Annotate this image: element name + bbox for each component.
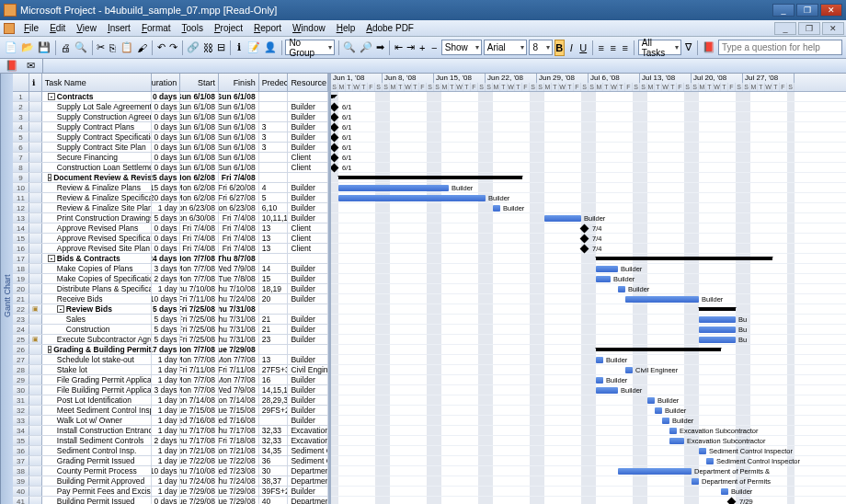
milestone[interactable] bbox=[331, 154, 338, 163]
finish-cell[interactable]: Fri 7/4/08 bbox=[219, 244, 259, 253]
start-cell[interactable]: Thu 7/17/08 bbox=[180, 436, 219, 445]
gantt-row[interactable]: Builder bbox=[331, 183, 846, 193]
resource-cell[interactable]: Department of F bbox=[288, 466, 328, 475]
align-center-button[interactable]: ≡ bbox=[608, 40, 618, 56]
row-number[interactable]: 16 bbox=[13, 244, 29, 253]
task-name-cell[interactable]: -Review Bids bbox=[42, 304, 152, 314]
milestone[interactable] bbox=[580, 224, 589, 234]
bold-button[interactable]: B bbox=[554, 40, 565, 56]
duration-cell[interactable]: 0 days bbox=[152, 163, 181, 172]
row-number[interactable]: 18 bbox=[13, 264, 29, 273]
start-cell[interactable]: Sun 6/1/08 bbox=[180, 132, 219, 142]
finish-cell[interactable]: Sun 6/1/08 bbox=[219, 153, 259, 162]
finish-cell[interactable]: Sun 6/1/08 bbox=[219, 132, 259, 142]
duration-cell[interactable]: 1 day bbox=[152, 365, 181, 374]
start-cell[interactable]: Fri 7/25/08 bbox=[181, 315, 220, 324]
resource-cell[interactable]: Department of F bbox=[288, 497, 328, 504]
gantt-row[interactable]: Builder bbox=[331, 375, 846, 385]
row-number[interactable]: 19 bbox=[13, 274, 29, 283]
task-bar[interactable] bbox=[596, 387, 618, 394]
gantt-row[interactable] bbox=[331, 304, 846, 315]
duration-cell[interactable]: 0 days bbox=[152, 122, 181, 132]
summary-bar[interactable] bbox=[331, 95, 333, 98]
task-name-cell[interactable]: Review & Finalize Site Plan bbox=[42, 203, 152, 212]
table-row[interactable]: 32Meet Sediment Control Inspector1 dayTu… bbox=[13, 406, 328, 416]
gantt-row[interactable] bbox=[331, 173, 846, 183]
system-menu-icon[interactable] bbox=[4, 23, 15, 34]
table-row[interactable]: 24Construction5 daysFri 7/25/08Thu 7/31/… bbox=[13, 325, 328, 335]
duration-cell[interactable]: 1 day bbox=[152, 416, 181, 425]
task-name-cell[interactable]: Construction Loan Settlement bbox=[42, 163, 152, 172]
col-finish[interactable]: Finish bbox=[219, 74, 259, 91]
finish-cell[interactable]: Tue 7/8/08 bbox=[219, 274, 259, 283]
row-number[interactable]: 2 bbox=[13, 102, 29, 111]
print-preview-button[interactable]: 🔍 bbox=[74, 40, 88, 56]
resource-cell[interactable]: Builder bbox=[288, 325, 328, 334]
task-name-cell[interactable]: Make Copies of Specifications bbox=[42, 274, 152, 283]
task-name-cell[interactable]: Install Sediment Controls bbox=[42, 436, 152, 445]
task-name-cell[interactable]: Meet Sediment Control Inspector bbox=[42, 406, 152, 415]
row-number[interactable]: 41 bbox=[13, 497, 29, 504]
menu-edit[interactable]: Edit bbox=[44, 21, 71, 35]
assign-resources-button[interactable]: 👤 bbox=[263, 40, 278, 56]
font-size-combo[interactable]: 8 bbox=[529, 40, 552, 55]
finish-cell[interactable]: Thu 7/24/08 bbox=[219, 294, 259, 304]
task-name-cell[interactable]: Supply Contract Specifications bbox=[42, 132, 152, 142]
start-cell[interactable]: Tue 7/22/08 bbox=[180, 456, 219, 465]
predecessors-cell[interactable]: 3 bbox=[259, 122, 289, 132]
task-name-cell[interactable]: Review & Finalize Specifications bbox=[42, 193, 152, 202]
start-cell[interactable]: Sun 6/1/08 bbox=[180, 143, 219, 152]
task-name-cell[interactable]: Review & Finalize Plans bbox=[42, 183, 152, 192]
view-bar-gantt[interactable]: Gantt Chart bbox=[0, 74, 13, 504]
start-cell[interactable]: Mon 7/7/08 bbox=[180, 355, 219, 364]
resource-cell[interactable]: Client bbox=[288, 163, 328, 172]
start-cell[interactable]: Thu 7/10/08 bbox=[180, 466, 219, 475]
gantt-row[interactable]: Excavation Subcontractor bbox=[331, 426, 846, 436]
minimize-button[interactable]: _ bbox=[772, 4, 795, 17]
table-row[interactable]: 40Pay Permit Fees and Excise Taxes1 dayT… bbox=[13, 487, 328, 497]
row-number[interactable]: 20 bbox=[13, 284, 29, 293]
undo-button[interactable]: ↶ bbox=[156, 40, 166, 56]
table-row[interactable]: 41Building Permit Issued0 daysTue 7/29/0… bbox=[13, 497, 328, 504]
resource-cell[interactable] bbox=[288, 345, 328, 354]
finish-cell[interactable]: Sun 6/1/08 bbox=[219, 122, 259, 132]
table-row[interactable]: 2Supply Lot Sale Agreement0 daysSun 6/1/… bbox=[13, 102, 328, 112]
predecessors-cell[interactable]: 14 bbox=[259, 264, 289, 273]
table-row[interactable]: 36Sediment Control Insp.1 dayMon 7/21/08… bbox=[13, 446, 328, 456]
help-search-input[interactable] bbox=[718, 40, 842, 55]
task-name-cell[interactable]: Receive Bids bbox=[42, 294, 152, 304]
finish-cell[interactable]: Fri 7/18/08 bbox=[219, 436, 259, 445]
resource-cell[interactable]: Builder bbox=[288, 355, 328, 364]
resource-cell[interactable]: Builder bbox=[288, 112, 328, 121]
gantt-row[interactable]: Department of Permits bbox=[331, 476, 846, 487]
finish-cell[interactable]: Thu 7/10/08 bbox=[219, 284, 259, 293]
resource-cell[interactable]: Builder bbox=[288, 395, 328, 405]
predecessors-cell[interactable] bbox=[259, 102, 289, 111]
col-start[interactable]: Start bbox=[180, 74, 219, 91]
row-number[interactable]: 1 bbox=[13, 92, 29, 101]
group-by-combo[interactable]: No Group bbox=[285, 40, 334, 55]
row-number[interactable]: 32 bbox=[13, 406, 29, 415]
table-row[interactable]: 6Supply Contract Site Plan0 daysSun 6/1/… bbox=[13, 143, 328, 153]
start-cell[interactable]: Mon 7/7/08 bbox=[180, 274, 219, 283]
table-row[interactable]: 11Review & Finalize Specifications20 day… bbox=[13, 193, 328, 203]
task-name-cell[interactable]: Supply Contract Plans bbox=[42, 122, 152, 132]
table-row[interactable]: 5Supply Contract Specifications0 daysSun… bbox=[13, 132, 328, 143]
resource-cell[interactable]: Builder bbox=[288, 406, 328, 415]
show-subtasks-button[interactable]: + bbox=[417, 40, 428, 56]
duration-cell[interactable]: 20 days bbox=[152, 193, 181, 202]
row-number[interactable]: 36 bbox=[13, 446, 29, 455]
task-name-cell[interactable]: -Grading & Building Permits bbox=[42, 345, 152, 354]
menu-format[interactable]: Format bbox=[136, 21, 177, 35]
resource-cell[interactable]: Builder bbox=[288, 143, 328, 152]
task-bar[interactable] bbox=[699, 448, 706, 454]
start-cell[interactable]: Sun 6/1/08 bbox=[180, 122, 219, 132]
menu-help[interactable]: Help bbox=[331, 21, 361, 35]
predecessors-cell[interactable]: 3 bbox=[259, 143, 289, 152]
duration-cell[interactable]: 0 days bbox=[152, 223, 181, 233]
table-row[interactable]: 1-Contracts0 daysSun 6/1/08Sun 6/1/08 bbox=[13, 92, 328, 102]
start-cell[interactable]: Sun 6/1/08 bbox=[180, 102, 219, 111]
resource-cell[interactable]: Builder bbox=[288, 213, 328, 223]
row-number[interactable]: 25 bbox=[13, 335, 29, 344]
col-duration[interactable]: Duration bbox=[152, 74, 181, 91]
